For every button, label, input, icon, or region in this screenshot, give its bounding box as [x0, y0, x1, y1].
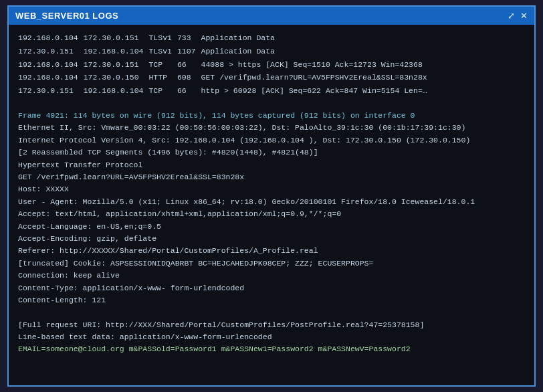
- spacer2: [18, 306, 525, 318]
- tcp-line: [2 Reassembled TCP Segments (1496 bytes)…: [18, 146, 525, 159]
- table-row: 192.168.0.104 172.30.0.151 TLSv1 733 App…: [18, 31, 525, 45]
- table-row: 192.168.0.104 172.30.0.151 TCP 66 44088 …: [18, 58, 525, 72]
- length: 733: [177, 31, 201, 45]
- src-ip: 192.168.0.104: [18, 71, 84, 84]
- protocol: TCP: [148, 84, 177, 98]
- http-field: Accept: text/html, application/xhtml+xml…: [18, 208, 525, 220]
- log-table: 192.168.0.104 172.30.0.151 TLSv1 733 App…: [18, 31, 525, 98]
- dst-ip: 172.30.0.151: [84, 58, 149, 72]
- dst-ip: 172.30.0.151: [84, 31, 149, 45]
- info: 44088 > https [ACK] Seq=1510 Ack=12723 W…: [201, 58, 525, 72]
- protocol: TCP: [148, 58, 177, 72]
- full-uri-line: [Full request URI: http://XXX/Shared/Por…: [18, 319, 525, 331]
- http-field: Content-Type: application/x-www- form-ur…: [18, 282, 525, 294]
- http-field: [truncated] Cookie: ASPSESSIONIDQABRBT B…: [18, 258, 525, 270]
- table-row: 172.30.0.151 192.168.0.104 TCP 66 http >…: [18, 84, 525, 98]
- src-ip: 192.168.0.104: [18, 58, 84, 72]
- length: 608: [177, 71, 201, 84]
- src-ip: 172.30.0.151: [18, 45, 84, 58]
- http-field: Host: XXXXX: [18, 183, 525, 195]
- dst-ip: 192.168.0.104: [84, 45, 149, 58]
- http-field: User - Agent: Mozilla/5.0 (x11; Linux x8…: [18, 196, 525, 208]
- title-bar: WEB_SERVER01 LOGS ⤢ ✕: [9, 7, 534, 25]
- http-field: Content-Length: 121: [18, 294, 525, 306]
- http-field: Connection: keep alive: [18, 270, 525, 282]
- src-ip: 192.168.0.104: [18, 31, 84, 45]
- length: 66: [177, 84, 201, 98]
- log-content: 192.168.0.104 172.30.0.151 TLSv1 733 App…: [9, 25, 534, 385]
- protocol: HTTP: [148, 71, 177, 84]
- maximize-button[interactable]: ⤢: [508, 11, 515, 21]
- src-ip: 172.30.0.151: [18, 84, 84, 98]
- info: http > 60928 [ACK] Seq=622 Ack=847 Win=5…: [201, 84, 525, 98]
- frame-line: Frame 4021: 114 bytes on wire (912 bits)…: [18, 110, 525, 122]
- dst-ip: 172.30.0.150: [84, 71, 149, 84]
- http-label: Hypertext Transfer Protocol: [18, 159, 525, 171]
- protocol: TLSv1: [148, 45, 177, 58]
- dst-ip: 192.168.0.104: [84, 84, 149, 98]
- ethernet-line: Ethernet II, Src: Vmware_00:03:22 (00:50…: [18, 122, 525, 134]
- line-based-line: Line-based text data: application/x-www-…: [18, 331, 525, 343]
- ip-line: Internet Protocol Version 4, Src: 192.16…: [18, 134, 525, 146]
- window-title: WEB_SERVER01 LOGS: [15, 11, 118, 21]
- http-field: GET /verifpwd.learn?URL=AV5FPSHV2Ereal&S…: [18, 171, 525, 183]
- table-row: 192.168.0.104 172.30.0.150 HTTP 608 GET …: [18, 71, 525, 84]
- detail-block: Frame 4021: 114 bytes on wire (912 bits)…: [18, 110, 525, 356]
- info: Application Data: [201, 31, 525, 45]
- http-fields: GET /verifpwd.learn?URL=AV5FPSHV2Ereal&S…: [18, 171, 525, 306]
- http-field: Referer: http://XXXXX/Shared/Portal/Cust…: [18, 245, 525, 257]
- info: GET /verifpwd.learn?URL=AV5FPSHV2Ereal&S…: [201, 71, 525, 84]
- table-row: 172.30.0.151 192.168.0.104 TLSv1 1107 Ap…: [18, 45, 525, 58]
- info: Application Data: [201, 45, 525, 58]
- main-window: WEB_SERVER01 LOGS ⤢ ✕ 192.168.0.104 172.…: [7, 5, 536, 387]
- length: 66: [177, 58, 201, 72]
- protocol: TLSv1: [148, 31, 177, 45]
- window-controls: ⤢ ✕: [508, 11, 528, 21]
- spacer: [18, 100, 525, 110]
- http-field: Accept-Language: en-US,en;q=0.5: [18, 221, 525, 233]
- length: 1107: [177, 45, 201, 58]
- close-button[interactable]: ✕: [520, 11, 528, 21]
- email-line: EMAIL=someone@cloud.org m&PASSold=Passwo…: [18, 343, 525, 355]
- http-field: Accept-Encoding: gzip, deflate: [18, 233, 525, 245]
